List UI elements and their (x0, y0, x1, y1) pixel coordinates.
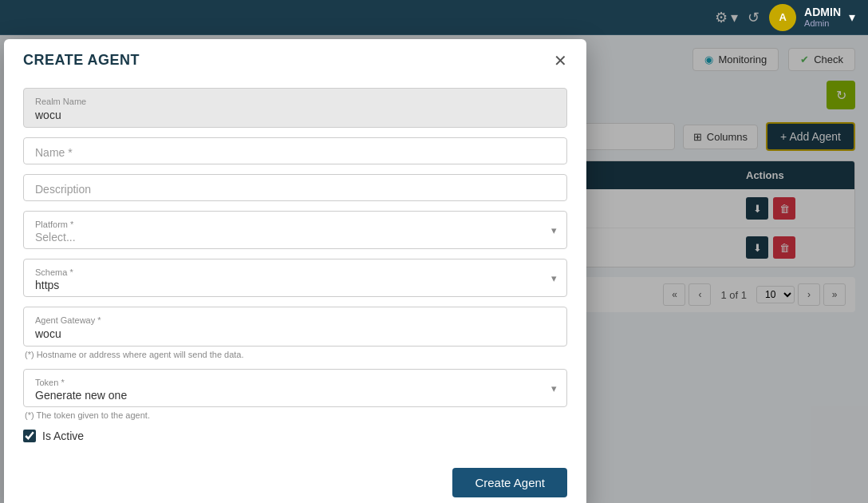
admin-chevron-icon: ▾ (849, 10, 855, 25)
gateway-field: Agent Gateway * wocu (23, 307, 567, 347)
is-active-label: Is Active (42, 430, 84, 442)
schema-chevron-icon: ▾ (551, 272, 557, 284)
gear-button[interactable]: ⚙ ▾ (715, 9, 738, 26)
token-hint: (*) The token given to the agent. (23, 410, 567, 420)
modal-overlay: CREATE AGENT ✕ Realm Name wocu (0, 35, 868, 503)
platform-select-wrapper[interactable]: Platform * Select... ▾ (23, 211, 567, 249)
modal-title: CREATE AGENT (23, 52, 140, 69)
close-button[interactable]: ✕ (554, 53, 567, 69)
description-field-group (23, 174, 567, 201)
main-area: ◉ Monitoring ✔ Check ↻ 🔍 ⊞ Columns (0, 35, 868, 503)
admin-role: Admin (804, 18, 841, 29)
platform-chevron-icon: ▾ (551, 224, 557, 236)
right-panel: ◉ Monitoring ✔ Check ↻ 🔍 ⊞ Columns (0, 35, 868, 503)
name-input[interactable] (23, 137, 567, 164)
realm-value: wocu (35, 109, 61, 121)
create-agent-button[interactable]: Create Agent (452, 468, 567, 497)
platform-label: Platform * (35, 220, 538, 229)
gear-icon: ⚙ (715, 9, 728, 26)
name-field-group (23, 137, 567, 164)
realm-field-group: Realm Name wocu (23, 88, 567, 128)
is-active-checkbox[interactable] (23, 430, 36, 442)
gateway-hint: (*) Hostname or address where agent will… (23, 350, 567, 359)
history-button[interactable]: ↺ (748, 9, 760, 26)
platform-field-group: Platform * Select... ▾ (23, 211, 567, 249)
gateway-value: wocu (35, 327, 61, 340)
schema-field-group: Schema * https ▾ (23, 259, 567, 297)
token-field-group: Token * Generate new one ▾ (*) The token… (23, 369, 567, 420)
admin-section: A ADMIN Admin ▾ (769, 4, 855, 31)
admin-text: ADMIN Admin (804, 6, 841, 30)
top-bar: ⚙ ▾ ↺ A ADMIN Admin ▾ (0, 0, 868, 35)
create-agent-modal: CREATE AGENT ✕ Realm Name wocu (4, 39, 586, 503)
history-icon: ↺ (748, 9, 760, 26)
chevron-icon: ▾ (731, 9, 738, 26)
schema-select-wrapper[interactable]: Schema * https ▾ (23, 259, 567, 297)
platform-value: Select... (35, 231, 538, 244)
token-select-wrapper[interactable]: Token * Generate new one ▾ (23, 369, 567, 407)
modal-body: Realm Name wocu Pl (4, 78, 586, 458)
token-label: Token * (35, 378, 538, 387)
avatar: A (769, 4, 796, 31)
token-chevron-icon: ▾ (551, 382, 557, 394)
modal-footer: Create Agent (4, 458, 586, 503)
token-value: Generate new one (35, 389, 538, 402)
schema-value: https (35, 279, 538, 291)
admin-name: ADMIN (804, 6, 841, 19)
modal-header: CREATE AGENT ✕ (4, 39, 586, 78)
realm-field: Realm Name wocu (23, 88, 567, 128)
schema-label: Schema * (35, 267, 538, 277)
realm-label: Realm Name (35, 97, 555, 106)
description-input[interactable] (23, 174, 567, 201)
gateway-field-group: Agent Gateway * wocu (*) Hostname or add… (23, 307, 567, 359)
gateway-label: Agent Gateway * (35, 315, 555, 325)
is-active-row: Is Active (23, 430, 567, 442)
